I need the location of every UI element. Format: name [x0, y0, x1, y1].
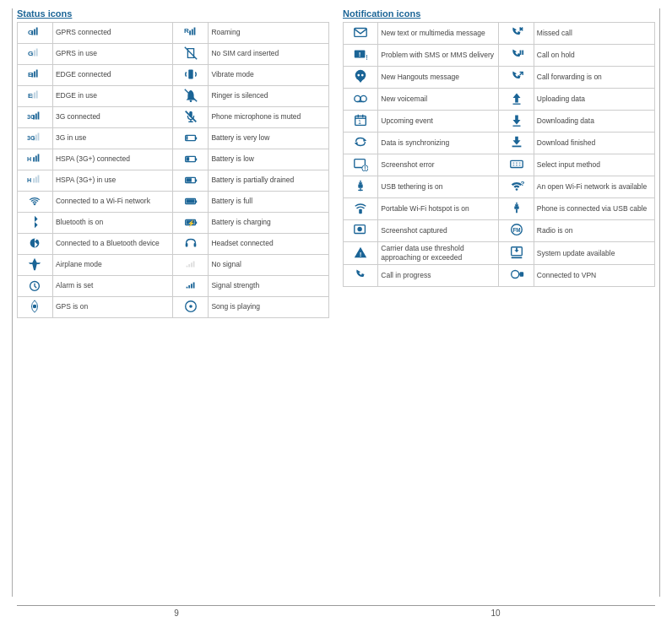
status-icon2: [173, 86, 209, 107]
status-label: Connected to a Wi-Fi network: [52, 192, 173, 213]
status-icon: H: [18, 170, 53, 192]
table-row: Connected to a Bluetooth device Headset …: [18, 234, 329, 255]
status-label: EDGE in use: [52, 86, 173, 107]
svg-point-46: [355, 70, 366, 81]
svg-rect-28: [195, 222, 197, 224]
status-icon: 3G: [18, 107, 53, 128]
table-row: H HSPA (3G+) connected Battery is low: [18, 149, 329, 170]
svg-point-82: [358, 227, 362, 231]
status-label2: Battery is very low: [209, 128, 329, 149]
svg-text:!: !: [366, 53, 368, 62]
notif-label2: An open Wi-Fi network is available: [534, 176, 654, 198]
status-icon2: ⚡: [173, 213, 209, 234]
notif-label: New text or multimedia message: [378, 23, 499, 45]
notif-icon: !: [344, 154, 378, 176]
svg-point-51: [360, 95, 366, 101]
table-row: Alarm is set Signal strength: [18, 276, 329, 297]
table-row: USB tethering is on ? An open Wi-Fi netw…: [344, 176, 655, 198]
status-label2: Signal strength: [209, 276, 329, 297]
svg-rect-76: [358, 184, 362, 188]
notif-icon2: [499, 67, 534, 89]
page-container: Status icons G GPRS connected R Roaming …: [0, 0, 672, 622]
svg-point-37: [189, 305, 192, 308]
notif-label: Screenshot captured: [378, 220, 499, 242]
notif-icon2: [499, 242, 534, 265]
notif-icon2: [499, 265, 534, 287]
notif-icon2: FM: [499, 220, 534, 242]
status-label2: Vibrate mode: [209, 65, 329, 86]
table-row: 3G 3G connected Phone microphone is mute…: [18, 107, 329, 128]
svg-rect-18: [195, 159, 197, 161]
notif-label2: Phone is connected via USB cable: [534, 198, 654, 220]
svg-point-50: [355, 95, 360, 101]
svg-point-35: [33, 305, 37, 309]
svg-point-48: [361, 74, 364, 77]
svg-text:H: H: [27, 176, 31, 184]
status-label: GPRS in use: [52, 44, 173, 65]
status-label2: Battery is charging: [209, 213, 329, 234]
notification-title: Notification icons: [343, 8, 655, 19]
status-icon2: [173, 128, 209, 149]
svg-rect-23: [187, 178, 192, 182]
table-row: Portable Wi-Fi hotspot is on Phone is co…: [344, 198, 655, 220]
table-row: H HSPA (3G+) in use Battery is partially…: [18, 170, 329, 192]
notif-label: Upcoming event: [378, 111, 499, 133]
status-icon: 3G: [18, 128, 53, 149]
svg-rect-80: [514, 206, 518, 209]
notif-icon: !!: [344, 45, 378, 67]
table-row: ! Screenshot error Select input method: [344, 154, 655, 176]
left-margin: [12, 8, 13, 597]
right-margin: [659, 8, 660, 597]
table-row: E EDGE connected Vibrate mode: [18, 65, 329, 86]
svg-text:!: !: [360, 250, 362, 257]
notif-icon: [344, 198, 378, 220]
svg-rect-79: [359, 209, 362, 214]
status-label2: Battery is low: [209, 149, 329, 170]
svg-rect-45: [522, 51, 523, 55]
svg-point-47: [358, 74, 360, 77]
page-number-left: 9: [17, 608, 336, 618]
status-icon: [18, 276, 53, 297]
notif-icon2: [499, 198, 534, 220]
status-icon: [18, 234, 53, 255]
svg-point-90: [511, 271, 518, 279]
status-label: HSPA (3G+) connected: [52, 149, 173, 170]
notif-icon: [344, 176, 378, 198]
svg-text:R: R: [184, 27, 189, 35]
notif-label2: Connected to VPN: [534, 265, 654, 287]
svg-point-6: [190, 100, 192, 102]
status-label2: Roaming: [209, 23, 329, 44]
svg-text:FM: FM: [512, 227, 520, 233]
status-icon: [18, 255, 53, 276]
table-row: Call in progress Connected to VPN: [344, 265, 655, 287]
svg-text:!: !: [365, 165, 366, 171]
svg-text:?: ?: [520, 180, 524, 187]
notif-icon2: ?: [499, 176, 534, 198]
svg-rect-14: [195, 138, 197, 140]
notif-label: Carrier data use threshold approaching o…: [378, 242, 499, 265]
notif-icon: [344, 67, 378, 89]
page-footer: 9 10: [17, 605, 655, 618]
notif-icon: [344, 220, 378, 242]
status-icon2: [173, 170, 209, 192]
status-label: HSPA (3G+) in use: [52, 170, 173, 192]
status-label: EDGE connected: [52, 65, 173, 86]
svg-rect-26: [187, 199, 195, 203]
status-label: Bluetooth is on: [52, 213, 173, 234]
notif-icon: [344, 265, 378, 287]
status-label2: Battery is full: [209, 192, 329, 213]
status-icon2: [173, 107, 209, 128]
notif-icon2: [499, 154, 534, 176]
status-table: G GPRS connected R Roaming G GPRS in use…: [17, 22, 329, 318]
notif-icon: !: [344, 242, 378, 265]
status-icon: [18, 192, 53, 213]
status-label2: No SIM card inserted: [209, 44, 329, 65]
svg-rect-15: [187, 136, 188, 140]
svg-marker-53: [512, 94, 520, 103]
table-row: Screenshot captured FM Radio is on: [344, 220, 655, 242]
status-icon2: [173, 149, 209, 170]
notif-icon2: [499, 111, 534, 133]
svg-rect-4: [188, 70, 192, 79]
svg-text:⚡: ⚡: [187, 219, 195, 227]
page-number-right: 10: [336, 608, 655, 618]
